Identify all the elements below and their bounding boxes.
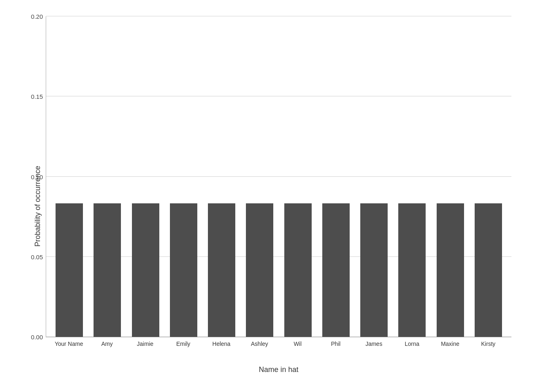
chart-area: Probability of occurrence 0.000.050.100.… — [29, 16, 520, 376]
bar-group — [279, 16, 317, 337]
bar — [94, 203, 121, 337]
bars-container — [46, 16, 511, 337]
x-tick-labels: Your NameAmyJaimieEmilyHelenaAshleyWilPh… — [46, 341, 511, 347]
x-axis-area: Your NameAmyJaimieEmilyHelenaAshleyWilPh… — [46, 337, 511, 362]
x-tick-label: Your Name — [50, 341, 88, 347]
bar-group — [127, 16, 165, 337]
x-tick-label: Amy — [88, 341, 126, 347]
x-tick-label: Jaimie — [126, 341, 164, 347]
plot-area: 0.000.050.100.150.20 — [46, 16, 511, 337]
bar-group — [203, 16, 241, 337]
x-tick-label: Wil — [279, 341, 317, 347]
bar — [132, 203, 159, 337]
x-tick-label: Helena — [202, 341, 240, 347]
x-tick-label: Maxine — [431, 341, 469, 347]
bar-group — [165, 16, 203, 337]
y-axis-label: Probability of occurrence — [29, 16, 46, 376]
bar — [246, 203, 273, 337]
y-tick-label: 0.15 — [31, 93, 43, 100]
x-tick-label: James — [355, 341, 393, 347]
bar — [475, 203, 502, 337]
bar — [360, 203, 388, 337]
bar — [170, 203, 197, 337]
x-tick-label: Lorna — [393, 341, 431, 347]
bar — [398, 203, 426, 337]
bar-group — [50, 16, 88, 337]
bar — [284, 203, 312, 337]
y-tick-label: 0.00 — [31, 334, 43, 341]
y-tick-label: 0.05 — [31, 253, 43, 260]
bar — [208, 203, 235, 337]
bar-group — [241, 16, 279, 337]
x-tick-label: Ashley — [241, 341, 279, 347]
bar — [322, 203, 350, 337]
chart-container: Probability of occurrence 0.000.050.100.… — [29, 16, 520, 376]
bar-group — [431, 16, 469, 337]
bar — [56, 203, 83, 337]
bar — [437, 203, 464, 337]
y-tick-label: 0.10 — [31, 173, 43, 180]
y-tick-label: 0.20 — [31, 13, 43, 20]
bar-group — [393, 16, 431, 337]
x-tick-label: Phil — [317, 341, 355, 347]
bar-group — [88, 16, 126, 337]
x-tick-label: Emily — [164, 341, 202, 347]
bar-group — [355, 16, 393, 337]
bar-group — [469, 16, 507, 337]
chart-inner: 0.000.050.100.150.20 Your NameAmyJaimieE… — [46, 16, 520, 376]
bar-group — [317, 16, 355, 337]
x-tick-label: Kirsty — [469, 341, 507, 347]
x-axis-title: Name in hat — [46, 363, 511, 376]
